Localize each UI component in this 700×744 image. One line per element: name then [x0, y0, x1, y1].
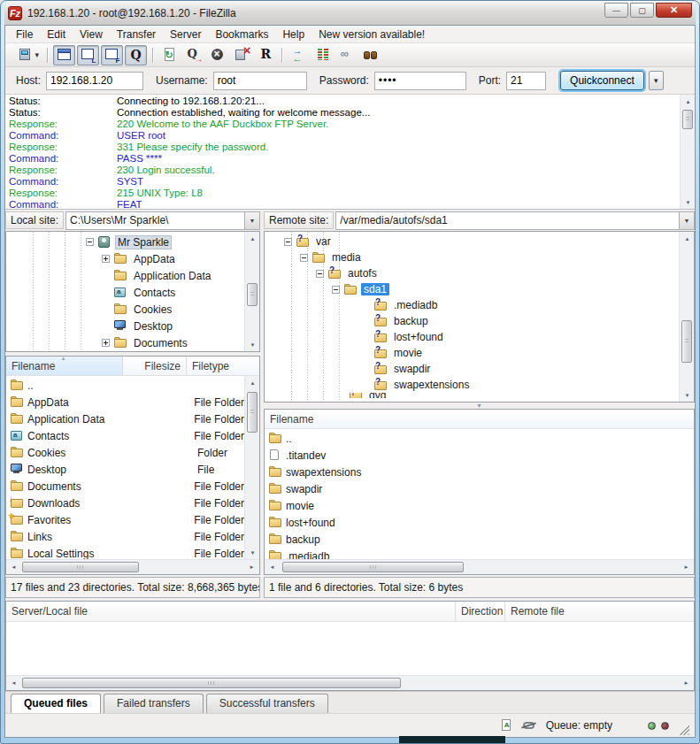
scroll-down-icon[interactable]: ▼ — [681, 196, 695, 209]
expander-icon[interactable] — [332, 286, 340, 294]
combo-dropdown-icon[interactable]: ▼ — [244, 212, 259, 229]
remote-list-hscrollbar[interactable]: ◄ ► — [265, 559, 694, 574]
synchronized-browsing-icon[interactable] — [288, 45, 310, 65]
cancel-icon[interactable] — [206, 45, 228, 65]
expander-icon[interactable] — [102, 339, 110, 347]
file-row[interactable]: swapdir — [265, 480, 694, 497]
transfer-type-icon[interactable] — [498, 718, 514, 732]
scroll-right-icon[interactable]: ► — [244, 560, 259, 573]
column-header[interactable]: Filesize — [123, 357, 187, 375]
file-row[interactable]: .. — [6, 377, 244, 394]
tree-item[interactable]: dvd — [265, 393, 679, 398]
scroll-up-icon[interactable]: ▲ — [680, 232, 695, 245]
queue-hscrollbar[interactable]: ◄ ► — [6, 675, 694, 690]
maximize-button[interactable]: ▢ — [630, 3, 654, 18]
filter-icon[interactable] — [335, 45, 358, 65]
host-input[interactable] — [46, 72, 143, 90]
column-header[interactable]: Filename — [6, 357, 123, 375]
scroll-down-icon[interactable]: ▼ — [245, 546, 259, 559]
tree-item[interactable]: .mediadb — [265, 297, 679, 313]
scroll-down-icon[interactable]: ▼ — [680, 388, 695, 402]
local-site-combo[interactable]: C:\Users\Mr Sparkle\ ▼ — [65, 211, 260, 230]
pane-splitter[interactable]: ▼ — [264, 403, 695, 409]
scrollbar-thumb[interactable] — [682, 110, 693, 129]
reconnect-icon[interactable] — [254, 45, 276, 65]
tree-item[interactable]: AppData — [6, 250, 244, 267]
menu-item[interactable]: Server — [163, 27, 208, 42]
scrollbar-thumb[interactable] — [681, 320, 692, 363]
username-input[interactable] — [213, 72, 307, 90]
tree-item[interactable]: lost+found — [265, 329, 679, 345]
file-row[interactable]: Downloads File Folder — [6, 495, 244, 511]
port-input[interactable] — [506, 72, 546, 90]
file-row[interactable]: Contacts File Folder — [6, 427, 244, 444]
menu-item[interactable]: View — [73, 27, 110, 42]
file-row[interactable]: backup — [265, 531, 694, 548]
tree-item[interactable]: Application Data — [6, 267, 244, 284]
local-list-hscrollbar[interactable]: ◄ ► — [6, 559, 259, 574]
scroll-left-icon[interactable]: ◄ — [265, 560, 280, 573]
find-icon[interactable] — [359, 45, 381, 65]
tree-item[interactable]: media — [265, 249, 679, 265]
directory-comparison-icon[interactable] — [312, 45, 334, 65]
file-row[interactable]: Cookies Folder — [6, 444, 244, 461]
column-header[interactable]: Direction — [456, 602, 505, 621]
tree-item[interactable]: Cookies — [6, 301, 244, 318]
password-input[interactable] — [374, 72, 466, 90]
file-row[interactable]: Links File Folder — [6, 528, 244, 545]
refresh-icon[interactable] — [158, 45, 181, 65]
close-button[interactable]: ✕ — [656, 3, 692, 18]
tree-item[interactable]: movie — [265, 345, 679, 361]
file-row[interactable]: Application Data File Folder — [6, 410, 244, 427]
tree-item[interactable]: swapextensions — [265, 377, 679, 393]
site-manager-icon[interactable] — [10, 45, 42, 65]
menu-item[interactable]: Edit — [40, 27, 73, 42]
menu-item[interactable]: Transfer — [110, 27, 163, 42]
combo-dropdown-icon[interactable]: ▼ — [679, 212, 694, 229]
resize-grip[interactable] — [678, 724, 689, 735]
local-list-scrollbar[interactable]: ▲ ▼ — [244, 376, 259, 559]
remote-site-combo[interactable]: /var/media/autofs/sda1 ▼ — [335, 211, 695, 230]
tree-item[interactable]: Contacts — [6, 284, 244, 301]
menu-item[interactable]: Bookmarks — [208, 27, 275, 42]
expander-icon[interactable] — [86, 238, 94, 246]
file-row[interactable]: .titandev — [265, 447, 694, 464]
scroll-down-icon[interactable]: ▼ — [245, 338, 260, 351]
expander-icon[interactable] — [102, 255, 110, 263]
local-tree-scrollbar[interactable]: ▲ ▼ — [244, 232, 259, 351]
tree-item[interactable]: backup — [265, 313, 679, 329]
file-row[interactable]: .mediadb — [265, 548, 694, 559]
tree-item[interactable]: swapdir — [265, 361, 679, 377]
remote-tree-scrollbar[interactable]: ▲ ▼ — [679, 232, 694, 402]
file-row[interactable]: movie — [265, 497, 694, 514]
scroll-up-icon[interactable]: ▲ — [245, 232, 260, 245]
tree-item[interactable]: Documents — [6, 334, 244, 351]
scroll-up-icon[interactable]: ▲ — [681, 95, 695, 108]
scrollbar-thumb[interactable] — [282, 562, 464, 572]
scroll-right-icon[interactable]: ► — [679, 676, 694, 689]
file-row[interactable]: AppData File Folder — [6, 394, 244, 410]
expander-icon[interactable] — [300, 254, 308, 262]
log-scrollbar[interactable]: ▲ ▼ — [680, 95, 695, 209]
menu-item[interactable]: File — [9, 27, 40, 42]
scrollbar-thumb[interactable] — [247, 283, 258, 306]
scrollbar-thumb[interactable] — [22, 562, 139, 572]
tree-item[interactable]: var — [265, 234, 679, 249]
file-row[interactable]: Local Settings File Folder — [6, 545, 244, 559]
tree-item[interactable]: sda1 — [265, 281, 679, 297]
toggle-message-log-icon[interactable] — [53, 45, 75, 65]
unsecured-icon[interactable] — [521, 718, 537, 732]
scrollbar-thumb[interactable] — [247, 392, 258, 433]
tree-item[interactable]: Desktop — [6, 318, 244, 334]
tab[interactable]: Successful transfers — [206, 694, 328, 713]
file-row[interactable]: swapextensions — [265, 464, 694, 480]
file-row[interactable]: Desktop File — [6, 461, 244, 478]
minimize-button[interactable]: — — [604, 3, 628, 18]
scrollbar-thumb[interactable] — [22, 678, 401, 688]
expander-icon[interactable] — [316, 270, 324, 278]
toggle-transfer-queue-icon[interactable] — [125, 45, 147, 65]
quickconnect-button[interactable]: Quickconnect — [560, 71, 644, 90]
file-row[interactable]: Favorites File Folder — [6, 511, 244, 528]
menu-item[interactable]: Help — [275, 27, 312, 42]
disconnect-icon[interactable] — [230, 45, 252, 65]
